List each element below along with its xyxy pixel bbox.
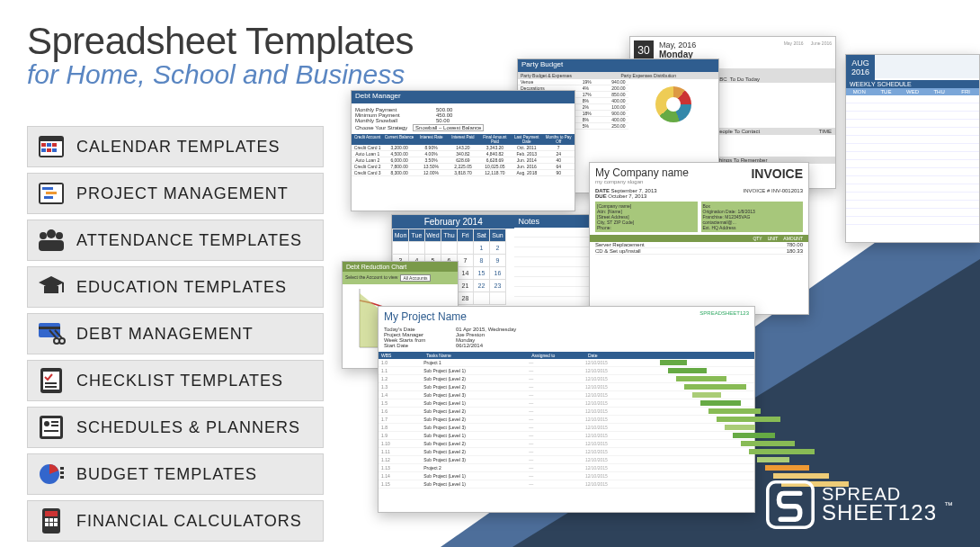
pie-chart-icon [655,86,691,122]
calculator-icon [37,507,66,535]
menu-item-schedules[interactable]: SCHEDULES & PLANNERS [27,407,324,448]
svg-rect-47 [54,523,58,526]
svg-point-13 [47,229,56,238]
piechart-icon [37,460,66,489]
people-icon [37,226,66,255]
svg-rect-12 [44,196,53,199]
gantt-icon [37,179,66,208]
svg-point-14 [40,232,47,239]
svg-rect-46 [49,523,53,526]
category-menu: CALENDAR TEMPLATES PROJECT MANAGEMENT AT… [27,126,324,547]
graduation-icon [37,273,66,301]
svg-rect-39 [60,476,64,479]
doc-weekly-schedule: AUG2016 WEEKLY SCHEDULE MONTUEWEDTHUFRI [845,54,980,243]
planner-icon [37,413,66,442]
menu-item-financial[interactable]: FINANCIAL CALCULATORS [27,500,324,542]
svg-rect-16 [39,240,64,251]
svg-rect-43 [49,518,53,522]
calendar-icon [37,132,66,161]
svg-rect-21 [39,327,60,329]
menu-label: CHECKLIST TEMPLATES [76,372,283,390]
menu-label: CALENDAR TEMPLATES [76,138,280,157]
menu-item-education[interactable]: EDUCATION TEMPLATES [27,266,324,308]
menu-label: SCHEDULES & PLANNERS [76,418,300,437]
svg-rect-10 [42,187,53,190]
svg-rect-11 [46,192,57,194]
svg-rect-6 [47,148,51,152]
menu-label: PROJECT MANAGEMENT [76,184,289,203]
svg-rect-4 [52,143,57,147]
svg-rect-18 [44,286,58,293]
svg-rect-2 [41,143,46,147]
svg-rect-5 [41,148,46,152]
svg-point-15 [56,232,63,239]
svg-rect-41 [45,511,58,516]
svg-rect-3 [47,143,51,147]
menu-item-checklist[interactable]: CHECKLIST TEMPLATES [27,360,324,401]
card-scissors-icon [37,319,66,348]
menu-label: FINANCIAL CALCULATORS [76,512,302,531]
checklist-icon [37,366,66,395]
svg-rect-38 [60,471,64,474]
logo-s-icon [766,480,815,529]
svg-rect-44 [54,518,58,522]
menu-label: ATTENDANCE TEMPLATES [76,231,302,250]
svg-point-23 [59,338,65,344]
svg-rect-42 [45,518,49,522]
template-collage: 30 May, 2016 Monday Memorial Day May 201… [342,36,971,522]
doc-gantt: My Project Name SPREADSHEET123 Today's D… [378,306,755,513]
svg-rect-45 [45,523,49,526]
menu-item-attendance[interactable]: ATTENDANCE TEMPLATES [27,220,324,261]
menu-label: EDUCATION TEMPLATES [76,278,287,297]
menu-label: DEBT MANAGEMENT [76,325,254,344]
menu-item-calendar[interactable]: CALENDAR TEMPLATES [27,126,324,167]
menu-label: BUDGET TEMPLATES [76,465,257,484]
doc-invoice: My Company name my company slogan INVOIC… [589,162,809,315]
svg-rect-7 [52,148,57,152]
menu-item-project[interactable]: PROJECT MANAGEMENT [27,173,324,214]
menu-item-debt[interactable]: DEBT MANAGEMENT [27,313,324,354]
svg-point-32 [44,421,49,426]
doc-debt-manager: Debt Manager Monthly Payment500.00Minimu… [351,90,575,211]
brand-logo: SPREAD SHEET123 ™ [766,480,953,529]
svg-rect-37 [60,467,64,470]
menu-item-budget[interactable]: BUDGET TEMPLATES [27,453,324,495]
